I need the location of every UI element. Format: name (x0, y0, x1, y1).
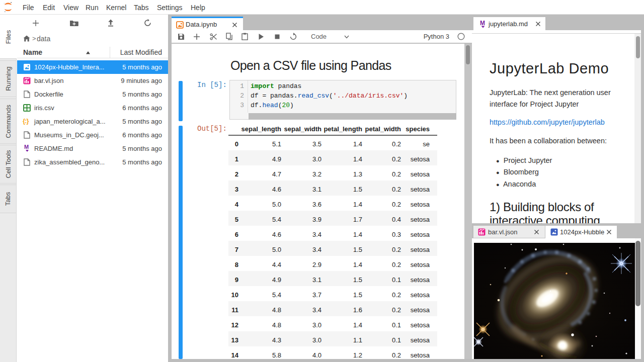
svg-text:M: M (24, 144, 29, 150)
svg-text:M: M (480, 20, 485, 27)
